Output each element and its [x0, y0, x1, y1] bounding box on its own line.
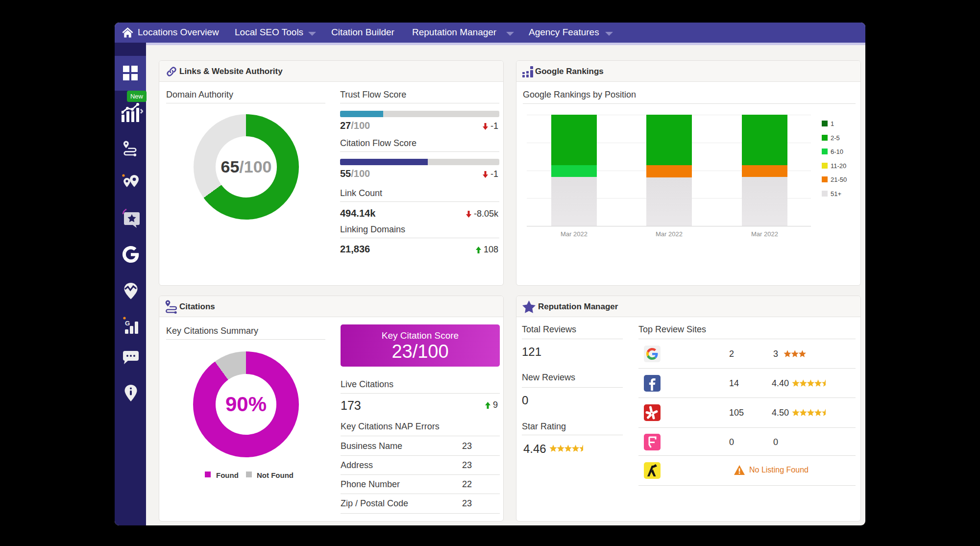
svg-text:G: G [125, 320, 130, 327]
